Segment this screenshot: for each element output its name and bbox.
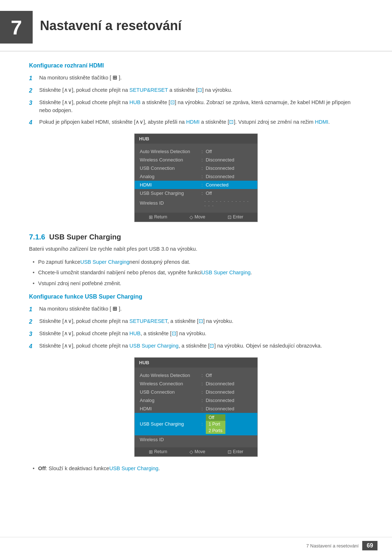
hub2-item-usb-super: USB Super Charging : Off 1 Port 2 Ports xyxy=(135,413,257,435)
hub2-item-wireless-id-label: Wireless ID xyxy=(140,437,201,442)
usb-step-text-3: Stiskněte [∧∨], pokud chcete přejít na H… xyxy=(39,330,363,338)
hub2-item-wireless-conn-label: Wireless Connection xyxy=(140,381,201,386)
hub-item-auto-wireless-label: Auto Wireless Detection xyxy=(140,149,201,154)
hub-item-usb-conn: USB Connection : Disconnected xyxy=(135,164,257,172)
hub2-footer-move: ◇ Move xyxy=(189,449,205,455)
hub-item-analog-value: Disconnected xyxy=(206,174,234,179)
usb-bullet-list: Po zapnutí funkce USB Super Charging nen… xyxy=(29,258,363,288)
hub2-item-auto-wireless-label: Auto Wireless Detection xyxy=(140,373,201,378)
hub2-item-usb-conn-label: USB Connection xyxy=(140,389,201,395)
hub-menu-1-title: HUB xyxy=(135,134,257,144)
hub2-enter-icon: ⊡ xyxy=(228,449,232,455)
hub2-return-icon: ⊞ xyxy=(149,449,153,455)
hub2-item-usb-conn-value: Disconnected xyxy=(206,389,234,395)
usb-steps-list: 1 Na monitoru stiskněte tlačítko [ ⊞ ]. … xyxy=(29,305,363,351)
hub-item-usb-super: USB Super Charging : Off xyxy=(135,189,257,197)
usb-step-text-4: Stiskněte [∧∨], pokud chcete přejít na U… xyxy=(39,342,363,350)
hdmi-step-3: 3 Stiskněte [∧∨], pokud chcete přejít na… xyxy=(29,99,363,115)
move-icon: ◇ xyxy=(189,214,193,220)
hub2-footer-move-label: Move xyxy=(195,449,205,454)
hub-item-hdmi: HDMI : Connected xyxy=(135,181,257,189)
hub-item-usb-conn-label: USB Connection xyxy=(140,165,201,171)
hub-item-wireless-conn: Wireless Connection : Disconnected xyxy=(135,156,257,164)
section-hdmi-config: Konfigurace rozhraní HDMI 1 Na monitoru … xyxy=(29,62,363,222)
hub-footer-enter-label: Enter xyxy=(233,214,244,219)
hub2-item-usb-super-dropdown[interactable]: Off 1 Port 2 Ports xyxy=(206,414,225,434)
hub-item-auto-wireless-value: Off xyxy=(206,149,212,154)
hub2-item-analog-label: Analog xyxy=(140,398,201,403)
hub2-item-wireless-conn-value: Disconnected xyxy=(206,381,234,386)
hub2-item-hdmi-value: Disconnected xyxy=(206,406,234,411)
hub2-item-hdmi: HDMI : Disconnected xyxy=(135,405,257,413)
hub-item-usb-super-label: USB Super Charging xyxy=(140,190,201,196)
hub-footer-move-label: Move xyxy=(195,214,205,219)
hub2-item-auto-wireless: Auto Wireless Detection : Off xyxy=(135,371,257,379)
hdmi-step-2: 2 Stiskněte [∧∨], pokud chcete přejít na… xyxy=(29,86,363,95)
usb-step-num-3: 3 xyxy=(29,330,39,338)
hub-item-analog-label: Analog xyxy=(140,174,201,179)
page-header: 7 Nastavení a resetování xyxy=(0,0,392,52)
hub-item-hdmi-value: Connected xyxy=(206,182,229,188)
hub-menu-2-title: HUB xyxy=(135,358,257,368)
step-text-4: Pokud je připojen kabel HDMI, stiskněte … xyxy=(39,118,363,126)
hub-item-wireless-conn-value: Disconnected xyxy=(206,157,234,163)
hdmi-step-1: 1 Na monitoru stiskněte tlačítko [ ⊞ ]. xyxy=(29,74,363,83)
step-num-1: 1 xyxy=(29,74,39,83)
usb-step-2: 2 Stiskněte [∧∨], pokud chcete přejít na… xyxy=(29,317,363,326)
hub2-move-icon: ◇ xyxy=(189,449,193,455)
dropdown-2ports[interactable]: 2 Ports xyxy=(206,427,225,434)
hub-item-hdmi-label: HDMI xyxy=(140,182,201,188)
usb-step-num-1: 1 xyxy=(29,305,39,314)
usb-step-num-2: 2 xyxy=(29,317,39,326)
usb-step-text-2: Stiskněte [∧∨], pokud chcete přejít na S… xyxy=(39,317,363,325)
hub-menu-2-container: HUB Auto Wireless Detection : Off Wirele… xyxy=(29,357,363,457)
sub-section-number: 7.1.6 xyxy=(29,233,49,241)
usb-step-3: 3 Stiskněte [∧∨], pokud chcete přejít na… xyxy=(29,330,363,338)
usb-description: Baterii vstupního zařízení lze rychle na… xyxy=(29,245,363,253)
hub-menu-1-container: HUB Auto Wireless Detection : Off Wirele… xyxy=(29,134,363,222)
hub-item-usb-conn-value: Disconnected xyxy=(206,165,234,171)
usb-step-4: 4 Stiskněte [∧∨], pokud chcete přejít na… xyxy=(29,342,363,351)
sub-section-name: USB Super Charging xyxy=(49,233,121,241)
page-footer: 7 Nastavení a resetování 69 xyxy=(0,537,392,554)
hub2-footer-return-label: Return xyxy=(154,449,167,454)
hub2-item-analog-value: Disconnected xyxy=(206,398,234,403)
hub-item-analog: Analog : Disconnected xyxy=(135,172,257,181)
hub-footer-move: ◇ Move xyxy=(189,214,205,220)
hub2-footer-enter-label: Enter xyxy=(233,449,244,454)
hub2-footer-return: ⊞ Return xyxy=(149,449,167,455)
dropdown-1port[interactable]: 1 Port xyxy=(206,421,225,427)
hub-footer-return: ⊞ Return xyxy=(149,214,167,220)
hub-item-wireless-id-label: Wireless ID xyxy=(140,200,201,206)
hub-menu-2-items: Auto Wireless Detection : Off Wireless C… xyxy=(135,368,257,446)
hdmi-steps-list: 1 Na monitoru stiskněte tlačítko [ ⊞ ]. … xyxy=(29,74,363,127)
hub2-item-usb-super-label: USB Super Charging xyxy=(140,421,201,427)
final-bullet-list: Off: Slouží k deaktivaci funkce USB Supe… xyxy=(29,465,363,473)
hub-item-wireless-id-dashes: - - - - - - - - - - - - - - - xyxy=(204,199,252,208)
usb-step-num-4: 4 xyxy=(29,342,39,351)
dropdown-off[interactable]: Off xyxy=(206,414,225,421)
step-num-4: 4 xyxy=(29,118,39,127)
usb-bullet-2: Chcete-li umožnit standardní nabíjení ne… xyxy=(33,269,363,277)
section-usb-super: 7.1.6 USB Super Charging Baterii vstupní… xyxy=(29,233,363,288)
step-num-3: 3 xyxy=(29,99,39,107)
enter-icon: ⊡ xyxy=(228,214,232,220)
hub2-item-wireless-conn: Wireless Connection : Disconnected xyxy=(135,379,257,388)
section-usb-config-heading: Konfigurace funkce USB Super Charging xyxy=(29,294,363,300)
sub-section-title-usb: 7.1.6 USB Super Charging xyxy=(29,233,363,241)
usb-bullet-1: Po zapnutí funkce USB Super Charging nen… xyxy=(33,258,363,266)
section-hdmi-heading: Konfigurace rozhraní HDMI xyxy=(29,62,363,69)
footer-page-number: 69 xyxy=(362,541,377,550)
step-text-3: Stiskněte [∧∨], pokud chcete přejít na H… xyxy=(39,99,363,115)
hub2-item-auto-wireless-value: Off xyxy=(206,373,212,378)
hub-footer-return-label: Return xyxy=(154,214,167,219)
hub-item-usb-super-value: Off xyxy=(206,190,212,196)
hub2-item-analog: Analog : Disconnected xyxy=(135,396,257,405)
chapter-title: Nastavení a resetování xyxy=(40,18,181,33)
hub-menu-1-footer: ⊞ Return ◇ Move ⊡ Enter xyxy=(135,213,257,222)
hub2-item-wireless-id: Wireless ID xyxy=(135,435,257,444)
step-text-1: Na monitoru stiskněte tlačítko [ ⊞ ]. xyxy=(39,74,363,82)
footer-text: 7 Nastavení a resetování xyxy=(306,543,359,549)
hub-item-wireless-id: Wireless ID - - - - - - - - - - - - - - … xyxy=(135,197,257,209)
usb-bullet-3: Vstupní zdroj není potřebné změnit. xyxy=(33,280,363,288)
